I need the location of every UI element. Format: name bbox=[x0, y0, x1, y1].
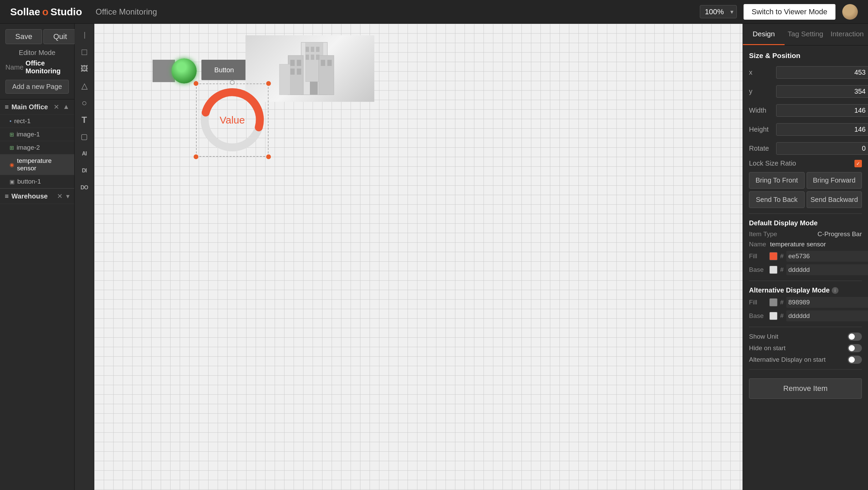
base-hex-input[interactable] bbox=[786, 264, 868, 275]
tab-tag-setting[interactable]: Tag Setting bbox=[785, 24, 826, 45]
layer-item-rect-1[interactable]: ▪ rect-1 bbox=[0, 115, 74, 128]
canvas-area[interactable]: Button bbox=[94, 24, 743, 490]
x-label: x bbox=[749, 69, 776, 76]
circle-tool[interactable]: ○ bbox=[77, 95, 92, 111]
size-position-title: Size & Position bbox=[749, 52, 862, 60]
page-header-main-office[interactable]: ≡ Main Office ✕ ▲ bbox=[0, 99, 74, 115]
close-icon-wh[interactable]: ✕ bbox=[57, 192, 63, 200]
layer-label-temperature-sensor: temperature sensor bbox=[17, 157, 70, 172]
page-header-warehouse[interactable]: ≡ Warehouse ✕ ▾ bbox=[0, 188, 74, 204]
button-label: Button bbox=[214, 66, 234, 74]
editor-mode-label: Editor Mode bbox=[5, 49, 69, 57]
sidebar-top: Save Quit Editor Mode Name Office Monito… bbox=[0, 24, 74, 99]
base-color-row: Base # bbox=[749, 264, 862, 275]
alt-display-start-toggle[interactable] bbox=[848, 356, 862, 364]
zoom-select[interactable]: 100% bbox=[700, 5, 737, 18]
name-value: Office Monitoring bbox=[25, 59, 69, 75]
panel-tabs: Design Tag Setting Interaction bbox=[743, 24, 868, 45]
bring-to-front-button[interactable]: Bring To Front bbox=[749, 172, 805, 189]
page-name-main-office: Main Office bbox=[12, 103, 48, 111]
alt-fill-hex-input[interactable] bbox=[786, 297, 868, 308]
hide-on-start-toggle[interactable] bbox=[848, 344, 862, 352]
layer-item-temperature-sensor[interactable]: ◉ temperature sensor bbox=[0, 154, 74, 175]
do-tool[interactable]: DO bbox=[77, 180, 92, 195]
layer-item-image-1[interactable]: ⊞ image-1 bbox=[0, 128, 74, 141]
name-label: Name bbox=[5, 63, 23, 71]
width-input[interactable] bbox=[776, 104, 868, 117]
svg-rect-14 bbox=[327, 60, 332, 66]
base-swatch[interactable] bbox=[769, 266, 777, 274]
ai-tool[interactable]: AI bbox=[77, 146, 92, 162]
svg-rect-8 bbox=[305, 55, 309, 60]
base-hash: # bbox=[780, 266, 784, 274]
image-tool[interactable]: 🖼 bbox=[77, 61, 92, 77]
tool-icons: ⟋ □ 🖼 △ ○ T ▢ AI DI DO bbox=[75, 24, 94, 490]
frame-tool[interactable]: ▢ bbox=[77, 129, 92, 145]
layer-label-image-2: image-2 bbox=[17, 144, 40, 151]
chevron-down-icon-wh[interactable]: ▾ bbox=[66, 192, 70, 200]
avatar-image bbox=[842, 4, 858, 20]
tab-interaction[interactable]: Interaction bbox=[826, 24, 868, 45]
send-backward-button[interactable]: Send Backward bbox=[807, 191, 862, 208]
warehouse-header-left: ≡ Warehouse bbox=[5, 192, 48, 200]
rotate-input[interactable] bbox=[776, 142, 868, 155]
x-input-wrapper: px + − bbox=[776, 64, 868, 80]
button-item[interactable]: Button bbox=[201, 60, 247, 80]
alt-fill-label: Fill bbox=[749, 299, 767, 306]
svg-rect-17 bbox=[310, 82, 318, 95]
height-label: Height bbox=[749, 126, 776, 133]
add-page-button[interactable]: Add a new Page bbox=[5, 80, 69, 94]
temperature-sensor-item[interactable]: Value bbox=[196, 83, 269, 157]
layer-label-button-1: button-1 bbox=[17, 178, 41, 185]
divider-2 bbox=[749, 281, 862, 281]
di-tool[interactable]: DI bbox=[77, 163, 92, 178]
hide-on-start-row: Hide on start bbox=[749, 344, 862, 352]
select-tool[interactable]: ⟋ bbox=[73, 24, 95, 46]
fill-label: Fill bbox=[749, 252, 767, 260]
svg-rect-4 bbox=[279, 64, 290, 95]
height-input[interactable] bbox=[776, 123, 868, 136]
svg-rect-10 bbox=[316, 55, 319, 60]
display-name-value: temperature sensor bbox=[770, 241, 826, 248]
alt-base-hash: # bbox=[780, 313, 784, 320]
text-tool[interactable]: T bbox=[77, 112, 92, 128]
divider-4 bbox=[749, 369, 862, 370]
x-input[interactable] bbox=[776, 66, 868, 79]
tab-design[interactable]: Design bbox=[743, 24, 785, 45]
y-input-wrapper: px + − bbox=[776, 83, 868, 99]
close-icon[interactable]: ✕ bbox=[54, 103, 59, 111]
y-input[interactable] bbox=[776, 85, 868, 98]
svg-rect-15 bbox=[290, 69, 295, 75]
rectangle-tool[interactable]: □ bbox=[77, 44, 92, 60]
canvas[interactable]: Button bbox=[94, 24, 743, 490]
show-unit-toggle[interactable] bbox=[848, 333, 862, 341]
alt-fill-swatch[interactable] bbox=[769, 298, 777, 306]
fill-hex-input[interactable] bbox=[786, 251, 868, 262]
panel-content: Size & Position x px + − y px bbox=[743, 45, 868, 490]
fill-swatch[interactable] bbox=[769, 252, 777, 260]
width-input-wrapper: px + − bbox=[776, 102, 868, 118]
lock-size-checkbox[interactable]: ✓ bbox=[854, 160, 862, 167]
image-icon-2: ⊞ bbox=[9, 145, 14, 151]
bring-forward-button[interactable]: Bring Forward bbox=[807, 172, 862, 189]
chevron-up-icon[interactable]: ▲ bbox=[63, 103, 70, 111]
layer-item-image-2[interactable]: ⊞ image-2 bbox=[0, 141, 74, 154]
triangle-tool[interactable]: △ bbox=[77, 78, 92, 94]
right-panel: Design Tag Setting Interaction Size & Po… bbox=[743, 24, 868, 490]
indicator-item[interactable] bbox=[172, 58, 197, 83]
layer-item-button-1[interactable]: ▣ button-1 bbox=[0, 175, 74, 188]
alt-base-hex-input[interactable] bbox=[786, 310, 868, 321]
avatar bbox=[842, 4, 858, 20]
toggle-knob-2 bbox=[849, 345, 855, 351]
svg-rect-11 bbox=[290, 60, 295, 66]
send-to-back-button[interactable]: Send To Back bbox=[749, 191, 805, 208]
alt-base-swatch[interactable] bbox=[769, 312, 777, 320]
save-button[interactable]: Save bbox=[5, 29, 42, 44]
switch-viewer-button[interactable]: Switch to Viewer Mode bbox=[744, 4, 835, 20]
svg-rect-5 bbox=[305, 47, 309, 52]
svg-rect-13 bbox=[321, 60, 325, 66]
svg-rect-12 bbox=[297, 60, 301, 66]
layer-label-image-1: image-1 bbox=[17, 131, 40, 138]
remove-item-button[interactable]: Remove Item bbox=[749, 378, 862, 399]
quit-button[interactable]: Quit bbox=[43, 29, 77, 44]
